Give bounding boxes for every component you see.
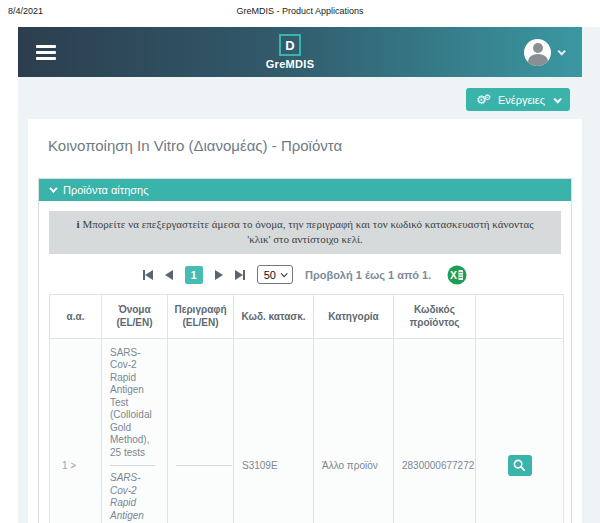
browser-print-header: 8/4/2021 GreMDIS - Product Applications [0, 0, 600, 27]
gears-icon: ⚙⚙ [476, 94, 491, 106]
category-cell: Άλλο προϊόν [314, 338, 394, 523]
pagination-summary: Προβολή 1 έως 1 από 1. [305, 269, 431, 281]
collapse-chevron-icon [49, 184, 57, 192]
actions-button[interactable]: ⚙⚙ Ενέργειες [466, 88, 570, 111]
svg-text:X: X [450, 269, 457, 281]
page-size-value: 50 [264, 269, 276, 281]
column-header-description: Περιγραφή (EL/EN) [168, 294, 234, 338]
table-row: 1 > SARS-Cov-2 Rapid Antigen Test (Collo… [50, 338, 564, 523]
excel-icon: X [447, 265, 467, 285]
description-divider [176, 465, 232, 466]
user-avatar-icon [524, 39, 551, 66]
logo-letter: D [279, 34, 301, 56]
print-date: 8/4/2021 [8, 6, 43, 16]
next-page-button[interactable] [215, 270, 223, 280]
actions-button-label: Ενέργειες [498, 94, 545, 106]
chevron-down-icon [553, 95, 561, 103]
select-arrow-icon [281, 271, 288, 278]
page-size-select[interactable]: 50 [257, 265, 293, 284]
column-header-manufacturer-code: Κωδ. κατασκ. [234, 294, 314, 338]
product-code-cell: 2830000677272 [394, 338, 476, 523]
row-actions-cell [476, 338, 564, 523]
view-details-button[interactable] [508, 455, 532, 476]
top-navbar: D GreMDIS [18, 27, 582, 77]
panel-body: iΜπορείτε να επεξεργαστείτε άμεσα το όνο… [39, 201, 571, 523]
row-index-cell[interactable]: 1 > [50, 338, 102, 523]
app-shell: D GreMDIS ⚙⚙ Ενέργειες Κοινοποίηση In Vi… [18, 27, 600, 523]
print-page-title: GreMDIS - Product Applications [0, 0, 600, 16]
brand-logo[interactable]: D GreMDIS [266, 34, 315, 70]
info-icon: i [76, 218, 79, 230]
menu-icon[interactable] [36, 42, 56, 63]
panel-title: Προϊόντα αίτησης [63, 184, 148, 196]
table-header-row: α.α. Όνομα (EL/EN) Περιγραφή (EL/EN) Κωδ… [50, 294, 564, 338]
products-panel: Προϊόντα αίτησης iΜπορείτε να επεξεργαστ… [38, 178, 572, 523]
main-card: Κοινοποίηση In Vitro (Διανομέας) - Προϊό… [28, 119, 582, 523]
name-secondary: SARS-Cov-2 Rapid Antigen Test (Colloidal… [110, 472, 159, 523]
last-page-button[interactable] [235, 270, 245, 280]
column-header-category: Κατηγορία [314, 294, 394, 338]
description-cell[interactable] [168, 338, 234, 523]
info-text: Μπορείτε να επεξεργαστείτε άμεσα το όνομ… [83, 218, 534, 245]
products-table: α.α. Όνομα (EL/EN) Περιγραφή (EL/EN) Κωδ… [49, 294, 564, 523]
name-primary: SARS-Cov-2 Rapid Antigen Test (Colloidal… [110, 347, 159, 460]
column-header-product-code: Κωδικός προϊόντος [394, 294, 476, 338]
first-page-button[interactable] [143, 270, 153, 280]
name-cell[interactable]: SARS-Cov-2 Rapid Antigen Test (Colloidal… [102, 338, 168, 523]
name-divider [110, 465, 155, 466]
actions-row: ⚙⚙ Ενέργειες [18, 77, 600, 111]
manufacturer-code-cell[interactable]: S3109E [234, 338, 314, 523]
column-header-index: α.α. [50, 294, 102, 338]
user-menu[interactable] [524, 39, 564, 66]
brand-name: GreMDIS [266, 58, 315, 70]
column-header-actions [476, 294, 564, 338]
previous-page-button[interactable] [165, 270, 173, 280]
current-page-button[interactable]: 1 [185, 266, 203, 284]
page-title: Κοινοποίηση In Vitro (Διανομέας) - Προϊό… [48, 137, 572, 154]
export-excel-button[interactable]: X [447, 265, 467, 285]
magnifier-icon [512, 458, 527, 473]
info-message: iΜπορείτε να επεξεργαστείτε άμεσα το όνο… [49, 211, 561, 254]
column-header-name: Όνομα (EL/EN) [102, 294, 168, 338]
chevron-down-icon [557, 47, 565, 55]
pagination-bar: 1 50 Προβολή 1 έως 1 από 1. [49, 265, 561, 285]
panel-header-products[interactable]: Προϊόντα αίτησης [39, 179, 571, 201]
